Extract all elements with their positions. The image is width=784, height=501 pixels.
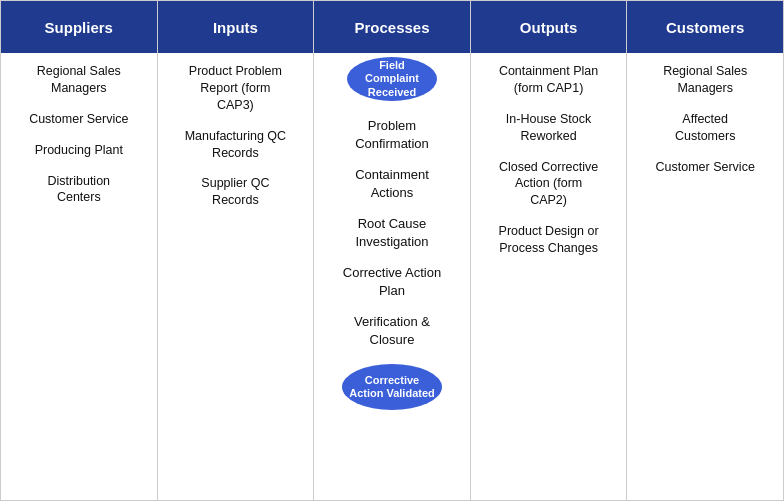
processes-body: Field ComplaintReceived ProblemConfirmat… bbox=[314, 53, 470, 500]
list-item: Root CauseInvestigation bbox=[355, 215, 428, 250]
inputs-header: Inputs bbox=[158, 1, 314, 53]
field-complaint-badge: Field ComplaintReceived bbox=[347, 57, 437, 101]
suppliers-body: Regional SalesManagers Customer Service … bbox=[1, 53, 157, 500]
list-item: Manufacturing QCRecords bbox=[185, 128, 286, 162]
inputs-body: Product ProblemReport (formCAP3) Manufac… bbox=[158, 53, 314, 500]
customers-body: Regional SalesManagers AffectedCustomers… bbox=[627, 53, 783, 500]
list-item: Regional SalesManagers bbox=[37, 63, 121, 97]
list-item: ContainmentActions bbox=[355, 166, 429, 201]
list-item: Customer Service bbox=[656, 159, 755, 176]
customers-header: Customers bbox=[627, 1, 783, 53]
list-item: Corrective ActionPlan bbox=[343, 264, 441, 299]
customers-column: Customers Regional SalesManagers Affecte… bbox=[627, 1, 783, 500]
list-item: Product Design orProcess Changes bbox=[499, 223, 599, 257]
corrective-action-badge: CorrectiveAction Validated bbox=[342, 364, 442, 410]
list-item: DistributionCenters bbox=[48, 173, 111, 207]
list-item: In-House StockReworked bbox=[506, 111, 591, 145]
list-item: ProblemConfirmation bbox=[355, 117, 429, 152]
list-item: Regional SalesManagers bbox=[663, 63, 747, 97]
list-item: Closed CorrectiveAction (formCAP2) bbox=[499, 159, 598, 210]
outputs-header: Outputs bbox=[471, 1, 627, 53]
list-item: Supplier QCRecords bbox=[201, 175, 269, 209]
sipoc-diagram: Suppliers Regional SalesManagers Custome… bbox=[0, 0, 784, 501]
suppliers-header: Suppliers bbox=[1, 1, 157, 53]
outputs-column: Outputs Containment Plan(form CAP1) In-H… bbox=[471, 1, 628, 500]
list-item: AffectedCustomers bbox=[675, 111, 735, 145]
list-item: Containment Plan(form CAP1) bbox=[499, 63, 598, 97]
list-item: Verification &Closure bbox=[354, 313, 430, 348]
inputs-column: Inputs Product ProblemReport (formCAP3) … bbox=[158, 1, 315, 500]
list-item: Product ProblemReport (formCAP3) bbox=[189, 63, 282, 114]
list-item: Producing Plant bbox=[35, 142, 123, 159]
list-item: Customer Service bbox=[29, 111, 128, 128]
suppliers-column: Suppliers Regional SalesManagers Custome… bbox=[1, 1, 158, 500]
processes-header: Processes bbox=[314, 1, 470, 53]
processes-column: Processes Field ComplaintReceived Proble… bbox=[314, 1, 471, 500]
outputs-body: Containment Plan(form CAP1) In-House Sto… bbox=[471, 53, 627, 500]
